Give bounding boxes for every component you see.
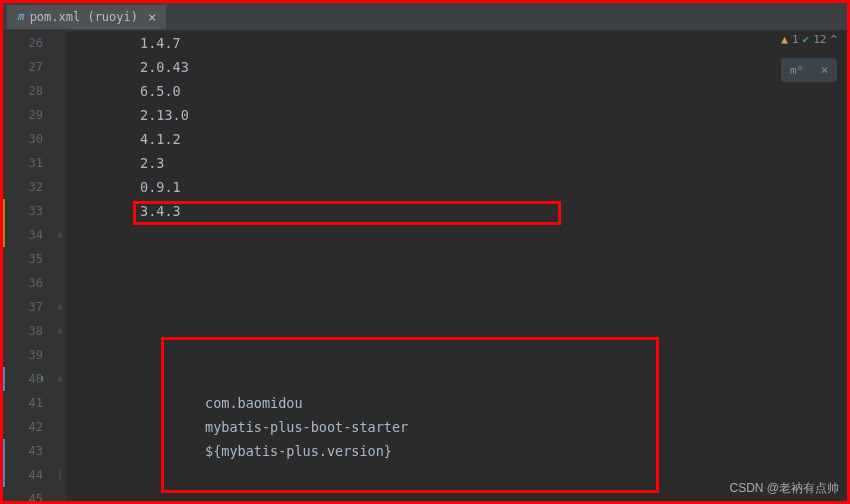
line-number: 35 (3, 247, 43, 271)
code-line[interactable]: 2.3 (75, 151, 847, 175)
code-line[interactable] (75, 247, 847, 271)
fold-indicator[interactable] (53, 391, 67, 415)
fold-indicator[interactable] (53, 151, 67, 175)
line-number: 38 (3, 319, 43, 343)
code-line[interactable]: 6.5.0 (75, 79, 847, 103)
code-line[interactable]: com.baomidou (75, 391, 847, 415)
code-area[interactable]: 1.4.7 2.0.43 6.5.0 2.13.0 4.1.2 2.3 0.9.… (67, 31, 847, 501)
fold-indicator[interactable] (53, 127, 67, 151)
line-number: 32 (3, 175, 43, 199)
close-icon[interactable]: × (144, 9, 156, 25)
code-line[interactable] (75, 319, 847, 343)
line-number: 41 (3, 391, 43, 415)
code-line[interactable] (75, 343, 847, 367)
code-line[interactable]: ${mybatis-plus.version} (75, 439, 847, 463)
line-number: 42 (3, 415, 43, 439)
fold-indicator[interactable]: ⊖ (53, 319, 67, 343)
line-number: 40⬇ (3, 367, 43, 391)
code-line[interactable]: 0.9.1 (75, 175, 847, 199)
maven-icon: m (17, 10, 24, 23)
tab-bar: m pom.xml (ruoyi) × (3, 3, 847, 31)
line-number-gutter: 262728293031323334353637383940⬇414243444… (3, 31, 53, 501)
code-line[interactable]: 1.4.7 (75, 31, 847, 55)
fold-indicator[interactable] (53, 31, 67, 55)
line-number: 26 (3, 31, 43, 55)
code-line[interactable]: mybatis-plus-boot-starter (75, 415, 847, 439)
fold-indicator[interactable]: │ (53, 463, 67, 487)
watermark: CSDN @老衲有点帅 (729, 480, 839, 497)
fold-indicator[interactable]: ⊖ (53, 367, 67, 391)
line-number: 43 (3, 439, 43, 463)
line-number: 28 (3, 79, 43, 103)
line-number: 27 (3, 55, 43, 79)
line-number: 36 (3, 271, 43, 295)
fold-indicator[interactable] (53, 55, 67, 79)
code-line[interactable] (75, 271, 847, 295)
fold-indicator[interactable]: ⊖ (53, 295, 67, 319)
tab-label: pom.xml (ruoyi) (30, 10, 138, 24)
fold-indicator[interactable] (53, 487, 67, 504)
code-line[interactable]: 3.4.3 (75, 199, 847, 223)
fold-indicator[interactable] (53, 343, 67, 367)
code-line[interactable] (75, 295, 847, 319)
line-number: 29 (3, 103, 43, 127)
code-line[interactable] (75, 367, 847, 391)
fold-indicator[interactable] (53, 199, 67, 223)
line-number: 37 (3, 295, 43, 319)
fold-indicator[interactable] (53, 415, 67, 439)
code-line[interactable] (75, 223, 847, 247)
line-number: 33 (3, 199, 43, 223)
fold-indicator[interactable] (53, 247, 67, 271)
fold-gutter: ⊖⊖⊖⊖│ (53, 31, 67, 501)
editor[interactable]: 262728293031323334353637383940⬇414243444… (3, 31, 847, 501)
file-tab[interactable]: m pom.xml (ruoyi) × (7, 5, 166, 29)
fold-indicator[interactable]: ⊖ (53, 223, 67, 247)
line-number: 44 (3, 463, 43, 487)
fold-indicator[interactable] (53, 439, 67, 463)
fold-indicator[interactable] (53, 175, 67, 199)
fold-indicator[interactable] (53, 79, 67, 103)
fold-indicator[interactable] (53, 271, 67, 295)
line-number: 30 (3, 127, 43, 151)
fold-indicator[interactable] (53, 103, 67, 127)
code-line[interactable]: 4.1.2 (75, 127, 847, 151)
code-line[interactable]: 2.13.0 (75, 103, 847, 127)
line-number: 31 (3, 151, 43, 175)
line-number: 34 (3, 223, 43, 247)
line-number: 45 (3, 487, 43, 504)
code-line[interactable]: 2.0.43 (75, 55, 847, 79)
line-number: 39 (3, 343, 43, 367)
